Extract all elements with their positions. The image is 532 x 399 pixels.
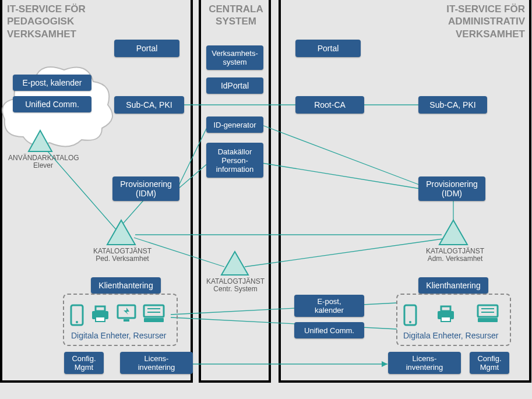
svg-marker-27 bbox=[221, 252, 248, 275]
phone-icon bbox=[403, 304, 417, 326]
box-subca-left: Sub-CA, PKI bbox=[114, 96, 184, 114]
svg-rect-1 bbox=[0, 380, 193, 383]
label-user-catalog: ANVÄNDARKATALOGElever bbox=[8, 154, 78, 170]
box-klient-right: Klienthantering bbox=[418, 277, 488, 294]
box-uc-left: Unified Comm. bbox=[13, 96, 91, 112]
svg-rect-45 bbox=[478, 305, 498, 317]
triangle-user-catalog bbox=[27, 129, 53, 153]
svg-rect-32 bbox=[96, 306, 105, 311]
svg-point-30 bbox=[76, 321, 78, 323]
svg-rect-33 bbox=[96, 317, 105, 322]
printer-icon bbox=[436, 305, 456, 323]
box-epost-right: E-post,kalender bbox=[294, 295, 364, 317]
devices-label-left: Digitala Enheter, Resurser bbox=[71, 331, 166, 340]
svg-rect-7 bbox=[529, 0, 531, 383]
box-rootca: Root-CA bbox=[295, 96, 364, 114]
triangle-ped-catalog bbox=[106, 219, 136, 246]
box-klient-left: Klienthantering bbox=[91, 277, 161, 294]
box-epost-left: E-post, kalender bbox=[13, 75, 91, 91]
svg-marker-26 bbox=[107, 220, 135, 245]
box-idportal: IdPortal bbox=[206, 77, 263, 94]
svg-rect-44 bbox=[441, 317, 450, 322]
svg-rect-37 bbox=[144, 318, 164, 322]
triangle-center-catalog bbox=[220, 250, 249, 276]
box-idgen: ID-generator bbox=[206, 116, 263, 133]
box-config-right: Config.Mgmt bbox=[470, 352, 509, 374]
triangle-adm-catalog bbox=[438, 219, 468, 246]
svg-rect-36 bbox=[144, 305, 164, 317]
svg-point-41 bbox=[409, 321, 411, 323]
label-adm-catalog: KATALOGTJÄNSTAdm. Verksamhet bbox=[423, 248, 487, 263]
box-config-left: Config.Mgmt bbox=[64, 352, 104, 374]
svg-rect-43 bbox=[441, 306, 450, 311]
box-uc-right: Unified Comm. bbox=[294, 322, 364, 338]
svg-rect-4 bbox=[269, 0, 271, 383]
box-subca-right: Sub-CA, PKI bbox=[418, 96, 487, 114]
label-center-catalog: KATALOGTJÄNSTCentr. System bbox=[205, 278, 266, 293]
box-datak: DatakällorPerson-information bbox=[206, 143, 263, 178]
box-prov-left: Provisionering(IDM) bbox=[112, 176, 179, 201]
panel-title-center: CENTRALASYSTEM bbox=[207, 3, 265, 28]
svg-marker-28 bbox=[439, 220, 467, 245]
panel-title-left: IT-SERVICE FÖRPEDAGOGISKVERKSAMHET bbox=[7, 3, 86, 40]
box-licens-left: Licens-inventering bbox=[120, 352, 193, 374]
phone-icon bbox=[70, 304, 84, 326]
svg-rect-5 bbox=[199, 380, 271, 383]
svg-rect-6 bbox=[279, 0, 281, 383]
keyboard-icon bbox=[477, 304, 499, 323]
keyboard-icon bbox=[143, 304, 165, 323]
panel-title-right: IT-SERVICE FÖRADMINISTRATIVVERKSAMHET bbox=[446, 3, 525, 40]
label-ped-catalog: KATALOGTJÄNSTPed. Verksamhet bbox=[90, 248, 154, 263]
box-licens-right: Licens-inventering bbox=[388, 352, 461, 374]
svg-rect-46 bbox=[478, 318, 498, 322]
svg-rect-2 bbox=[191, 0, 193, 383]
printer-icon bbox=[90, 305, 110, 323]
svg-rect-35 bbox=[124, 319, 129, 322]
box-portal-right: Portal bbox=[295, 40, 361, 57]
svg-rect-3 bbox=[199, 0, 201, 383]
svg-marker-25 bbox=[29, 130, 52, 151]
devices-label-right: Digitala Enheter, Resurser bbox=[403, 331, 498, 340]
svg-rect-8 bbox=[279, 380, 531, 383]
monitor-icon bbox=[117, 304, 136, 323]
box-prov-right: Provisionering(IDM) bbox=[418, 176, 485, 201]
box-portal-left: Portal bbox=[114, 40, 179, 57]
box-verksamhets: Verksamhets-system bbox=[206, 45, 263, 70]
